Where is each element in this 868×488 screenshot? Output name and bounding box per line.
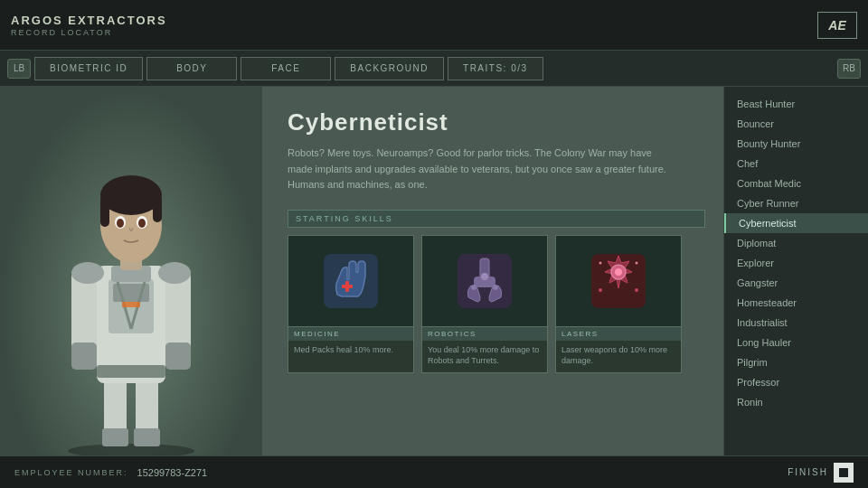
tab-background[interactable]: BACKGROUND [335,57,444,80]
svg-point-24 [158,262,191,284]
skill-icon-medicine [288,236,413,326]
bg-gangster[interactable]: Gangster [724,273,868,293]
background-title: Cyberneticist [288,108,705,136]
portrait-area [0,87,262,455]
svg-point-21 [117,219,124,228]
character-portrait [32,121,231,455]
bg-industrialist[interactable]: Industrialist [724,313,868,333]
skill-card-lasers: LASERS Laser weapons do 10% more damage. [555,235,682,373]
bg-bounty-hunter[interactable]: Bounty Hunter [724,134,868,154]
bg-diplomat[interactable]: Diplomat [724,233,868,253]
finish-icon [834,463,854,483]
starting-skills-label: STARTING SKILLS [288,210,705,228]
bg-long-hauler[interactable]: Long Hauler [724,333,868,352]
tab-body[interactable]: BODY [146,57,237,80]
svg-point-34 [481,273,488,280]
svg-point-36 [493,285,498,290]
subtitle: RECORD LOCATOR [11,28,817,37]
navbar: LB BIOMETRIC ID BODY FACE BACKGROUND TRA… [0,51,868,87]
right-bumper[interactable]: RB [837,59,861,79]
left-bumper[interactable]: LB [7,59,31,79]
content-area: Cyberneticist Robots? Mere toys. Neuroam… [262,87,723,455]
svg-point-43 [599,261,602,264]
svg-point-40 [615,268,622,276]
ae-logo: AE [817,12,857,39]
bg-bouncer[interactable]: Bouncer [724,114,868,134]
svg-point-41 [599,288,602,292]
svg-rect-4 [134,428,160,446]
svg-point-0 [68,444,194,455]
backgrounds-list[interactable]: Beast Hunter Bouncer Bounty Hunter Chef … [723,87,868,455]
bg-ronin[interactable]: Ronin [724,392,868,412]
bg-cyber-runner[interactable]: Cyber Runner [724,193,868,213]
svg-rect-3 [102,428,128,446]
svg-point-22 [138,219,146,228]
bg-pilgrim[interactable]: Pilgrim [724,352,868,372]
svg-rect-17 [100,195,109,227]
svg-rect-9 [97,365,165,378]
bg-combat-medic[interactable]: Combat Medic [724,174,868,193]
tab-traits[interactable]: TRAITS: 0/3 [448,57,543,80]
bg-chef[interactable]: Chef [724,154,868,174]
skill-desc-medicine: Med Packs heal 10% more. [288,341,413,361]
skill-name-medicine: MEDICINE [288,326,413,341]
bg-beast-hunter[interactable]: Beast Hunter [724,94,868,114]
main-area: Cyberneticist Robots? Mere toys. Neuroam… [0,87,868,455]
svg-point-16 [100,175,162,215]
skill-desc-lasers: Laser weapons do 10% more damage. [556,341,681,372]
skill-card-medicine: MEDICINE Med Packs heal 10% more. [288,235,414,373]
tab-biometric-id[interactable]: BIOMETRIC ID [34,57,143,80]
skill-desc-robotics: You deal 10% more damage to Robots and T… [422,341,547,372]
footer: EMPLOYEE NUMBER: 15299783-Z271 FINISH [0,455,868,488]
header: ARGOS EXTRACTORS RECORD LOCATOR AE [0,0,868,51]
svg-point-35 [471,285,476,290]
skills-grid: MEDICINE Med Packs heal 10% more. [288,235,705,373]
svg-point-42 [635,288,638,292]
skill-icon-lasers [556,236,681,326]
svg-rect-30 [345,281,349,292]
bg-cyberneticist[interactable]: Cyberneticist [724,213,868,233]
svg-rect-13 [165,343,191,370]
svg-rect-18 [153,195,162,222]
skill-icon-robotics [422,236,547,326]
skill-card-robotics: ROBOTICS You deal 10% more damage to Rob… [421,235,548,373]
svg-rect-27 [122,302,140,307]
bg-explorer[interactable]: Explorer [724,253,868,273]
background-description: Robots? Mere toys. Neuroamps? Good for p… [288,145,667,193]
finish-label: FINISH [788,467,828,477]
skill-name-lasers: LASERS [556,326,681,341]
finish-icon-inner [839,468,848,477]
header-title-block: ARGOS EXTRACTORS RECORD LOCATOR [11,14,817,37]
bg-homesteader[interactable]: Homesteader [724,293,868,313]
tab-face[interactable]: FACE [241,57,331,80]
finish-button[interactable]: FINISH [788,463,854,483]
bg-professor[interactable]: Professor [724,372,868,392]
employee-number: 15299783-Z271 [137,467,208,478]
svg-rect-11 [71,343,97,370]
svg-point-44 [636,261,638,264]
svg-point-23 [71,262,104,284]
company-name: ARGOS EXTRACTORS [11,14,817,27]
employee-label: EMPLOYEE NUMBER: [14,468,128,477]
skill-name-robotics: ROBOTICS [422,326,547,341]
